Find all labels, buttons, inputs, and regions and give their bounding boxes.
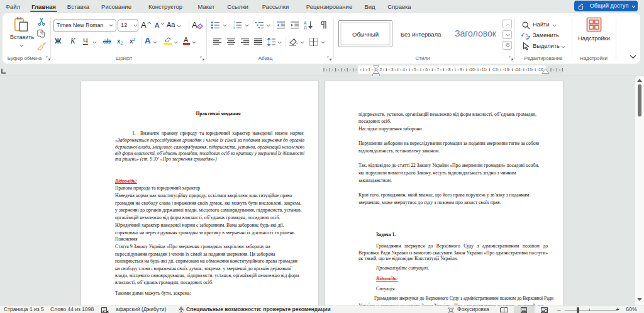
svg-text:1: 1 bbox=[368, 67, 370, 72]
svg-text:9: 9 bbox=[460, 67, 462, 72]
svg-text:А: А bbox=[304, 21, 307, 25]
svg-text:2: 2 bbox=[380, 67, 382, 72]
svg-text:15: 15 bbox=[527, 67, 532, 72]
svg-text:3: 3 bbox=[233, 26, 235, 29]
svg-text:Я: Я bbox=[304, 26, 307, 30]
svg-text:8: 8 bbox=[448, 67, 451, 72]
svg-text:6: 6 bbox=[425, 67, 428, 72]
svg-text:14: 14 bbox=[516, 67, 521, 72]
svg-text:13: 13 bbox=[504, 67, 509, 72]
svg-text:12: 12 bbox=[493, 67, 498, 72]
svg-text:5: 5 bbox=[414, 67, 416, 72]
svg-text:10: 10 bbox=[470, 67, 475, 72]
svg-text:7: 7 bbox=[437, 67, 440, 72]
svg-text:3: 3 bbox=[391, 67, 394, 72]
svg-text:11: 11 bbox=[482, 67, 486, 72]
svg-text:4: 4 bbox=[402, 67, 405, 72]
